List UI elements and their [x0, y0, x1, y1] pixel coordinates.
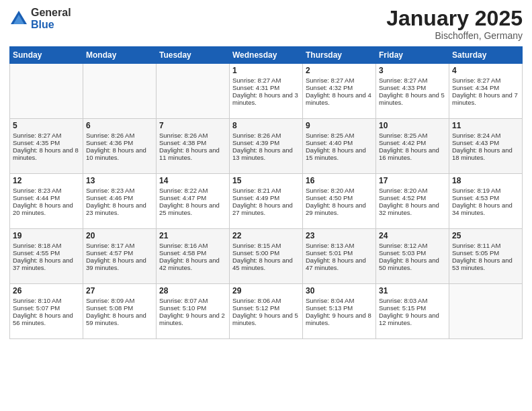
cell-content: Sunset: 4:39 PM — [232, 139, 300, 146]
cell-content: Sunset: 4:31 PM — [232, 84, 300, 91]
cell-content: Sunset: 4:42 PM — [379, 139, 446, 146]
cell-content: Sunrise: 8:21 AM — [232, 187, 300, 194]
table-row: 8Sunrise: 8:26 AMSunset: 4:39 PMDaylight… — [230, 119, 303, 174]
calendar-week-row: 1Sunrise: 8:27 AMSunset: 4:31 PMDaylight… — [10, 64, 523, 119]
cell-content: Sunrise: 8:25 AM — [379, 132, 446, 139]
table-row — [10, 64, 83, 119]
cell-content: Daylight: 8 hours and 37 minutes. — [13, 257, 80, 271]
cell-content: Sunset: 5:01 PM — [306, 249, 373, 257]
table-row: 30Sunrise: 8:04 AMSunset: 5:13 PMDayligh… — [303, 284, 376, 339]
table-row: 4Sunrise: 8:27 AMSunset: 4:34 PMDaylight… — [449, 64, 523, 119]
cell-content: Daylight: 8 hours and 42 minutes. — [159, 257, 226, 271]
table-row: 21Sunrise: 8:16 AMSunset: 4:58 PMDayligh… — [157, 229, 230, 284]
calendar-week-row: 5Sunrise: 8:27 AMSunset: 4:35 PMDaylight… — [10, 119, 523, 174]
cell-content: Sunset: 4:49 PM — [232, 194, 300, 201]
table-row: 13Sunrise: 8:23 AMSunset: 4:46 PMDayligh… — [83, 174, 157, 229]
cell-content: Sunrise: 8:27 AM — [379, 77, 446, 84]
header-thursday: Thursday — [303, 47, 376, 64]
table-row: 24Sunrise: 8:12 AMSunset: 5:03 PMDayligh… — [376, 229, 449, 284]
page-header: General Blue January 2025 Bischoffen, Ge… — [9, 7, 523, 41]
header-saturday: Saturday — [449, 47, 523, 64]
day-number: 3 — [379, 66, 446, 75]
cell-content: Sunrise: 8:18 AM — [13, 242, 80, 249]
cell-content: Daylight: 8 hours and 23 minutes. — [86, 201, 153, 216]
table-row: 29Sunrise: 8:06 AMSunset: 5:12 PMDayligh… — [230, 284, 303, 339]
cell-content: Daylight: 8 hours and 50 minutes. — [379, 257, 446, 271]
day-number: 17 — [379, 176, 446, 185]
cell-content: Sunset: 4:57 PM — [86, 249, 153, 257]
cell-content: Sunset: 4:52 PM — [379, 194, 446, 201]
table-row: 11Sunrise: 8:24 AMSunset: 4:43 PMDayligh… — [449, 119, 523, 174]
table-row: 6Sunrise: 8:26 AMSunset: 4:36 PMDaylight… — [83, 119, 157, 174]
day-number: 16 — [306, 176, 373, 185]
cell-content: Sunrise: 8:09 AM — [86, 297, 153, 304]
day-number: 24 — [379, 231, 446, 240]
cell-content: Sunrise: 8:06 AM — [232, 297, 300, 304]
day-number: 13 — [86, 176, 153, 185]
logo-text: General Blue — [31, 7, 71, 30]
day-number: 15 — [232, 176, 300, 185]
table-row: 12Sunrise: 8:23 AMSunset: 4:44 PMDayligh… — [10, 174, 83, 229]
table-row: 28Sunrise: 8:07 AMSunset: 5:10 PMDayligh… — [157, 284, 230, 339]
day-number: 12 — [13, 176, 80, 185]
table-row: 15Sunrise: 8:21 AMSunset: 4:49 PMDayligh… — [230, 174, 303, 229]
cell-content: Daylight: 8 hours and 13 minutes. — [232, 146, 300, 161]
cell-content: Daylight: 9 hours and 8 minutes. — [306, 312, 373, 326]
table-row: 7Sunrise: 8:26 AMSunset: 4:38 PMDaylight… — [157, 119, 230, 174]
cell-content: Sunrise: 8:27 AM — [452, 77, 519, 84]
day-number: 22 — [232, 231, 300, 240]
title-block: January 2025 Bischoffen, Germany — [386, 7, 523, 41]
day-number: 21 — [159, 231, 226, 240]
table-row: 1Sunrise: 8:27 AMSunset: 4:31 PMDaylight… — [230, 64, 303, 119]
cell-content: Sunset: 5:12 PM — [232, 304, 300, 312]
calendar-week-row: 26Sunrise: 8:10 AMSunset: 5:07 PMDayligh… — [10, 284, 523, 339]
day-number: 19 — [13, 231, 80, 240]
logo-general: General — [31, 7, 71, 19]
cell-content: Sunrise: 8:10 AM — [13, 297, 80, 304]
logo-icon — [9, 9, 28, 28]
logo: General Blue — [9, 7, 71, 30]
day-number: 20 — [86, 231, 153, 240]
cell-content: Daylight: 8 hours and 47 minutes. — [306, 257, 373, 271]
day-number: 14 — [159, 176, 226, 185]
table-row: 3Sunrise: 8:27 AMSunset: 4:33 PMDaylight… — [376, 64, 449, 119]
cell-content: Sunset: 4:36 PM — [86, 139, 153, 146]
table-row — [157, 64, 230, 119]
cell-content: Sunrise: 8:12 AM — [379, 242, 446, 249]
cell-content: Sunrise: 8:15 AM — [232, 242, 300, 249]
cell-content: Daylight: 8 hours and 32 minutes. — [379, 201, 446, 216]
cell-content: Daylight: 8 hours and 5 minutes. — [379, 91, 446, 106]
day-number: 18 — [452, 176, 519, 185]
table-row: 25Sunrise: 8:11 AMSunset: 5:05 PMDayligh… — [449, 229, 523, 284]
day-number: 5 — [13, 121, 80, 130]
table-row: 18Sunrise: 8:19 AMSunset: 4:53 PMDayligh… — [449, 174, 523, 229]
cell-content: Daylight: 8 hours and 45 minutes. — [232, 257, 300, 271]
cell-content: Daylight: 8 hours and 11 minutes. — [159, 146, 226, 161]
cell-content: Sunset: 4:38 PM — [159, 139, 226, 146]
table-row: 20Sunrise: 8:17 AMSunset: 4:57 PMDayligh… — [83, 229, 157, 284]
cell-content: Daylight: 8 hours and 34 minutes. — [452, 201, 519, 216]
cell-content: Sunset: 4:34 PM — [452, 84, 519, 91]
cell-content: Sunset: 4:33 PM — [379, 84, 446, 91]
day-number: 29 — [232, 286, 300, 295]
table-row: 19Sunrise: 8:18 AMSunset: 4:55 PMDayligh… — [10, 229, 83, 284]
cell-content: Daylight: 8 hours and 20 minutes. — [13, 201, 80, 216]
calendar-subtitle: Bischoffen, Germany — [386, 30, 523, 41]
day-number: 8 — [232, 121, 300, 130]
cell-content: Sunrise: 8:25 AM — [306, 132, 373, 139]
cell-content: Daylight: 8 hours and 10 minutes. — [86, 146, 153, 161]
cell-content: Daylight: 8 hours and 8 minutes. — [13, 146, 80, 161]
cell-content: Daylight: 8 hours and 15 minutes. — [306, 146, 373, 161]
cell-content: Daylight: 8 hours and 53 minutes. — [452, 257, 519, 271]
day-number: 11 — [452, 121, 519, 130]
cell-content: Sunset: 5:15 PM — [379, 304, 446, 312]
cell-content: Sunset: 5:10 PM — [159, 304, 226, 312]
cell-content: Sunset: 4:40 PM — [306, 139, 373, 146]
calendar-week-row: 12Sunrise: 8:23 AMSunset: 4:44 PMDayligh… — [10, 174, 523, 229]
cell-content: Sunrise: 8:16 AM — [159, 242, 226, 249]
table-row: 10Sunrise: 8:25 AMSunset: 4:42 PMDayligh… — [376, 119, 449, 174]
cell-content: Sunrise: 8:20 AM — [379, 187, 446, 194]
day-number: 6 — [86, 121, 153, 130]
cell-content: Sunset: 4:53 PM — [452, 194, 519, 201]
cell-content: Sunrise: 8:04 AM — [306, 297, 373, 304]
